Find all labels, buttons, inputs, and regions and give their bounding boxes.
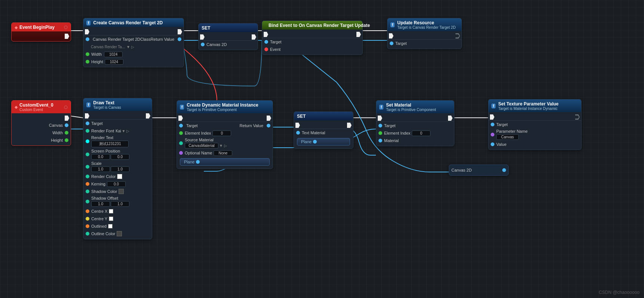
screenpos-pin	[86, 153, 89, 156]
shadow-y-input[interactable]: 1.0	[111, 201, 129, 207]
render-color-swatch[interactable]	[117, 174, 122, 179]
func-icon: f	[86, 21, 91, 25]
source-material-input[interactable]: CanvasMaterial	[185, 143, 218, 148]
class-pin	[86, 37, 89, 41]
width-input[interactable]: 1024	[104, 52, 123, 57]
event-pin	[64, 25, 68, 29]
update-resource-node: f Update Resource Target is Canvas Rende…	[387, 18, 462, 49]
width-pin	[86, 52, 89, 56]
outlined-check[interactable]	[108, 224, 113, 228]
draw-text-subtitle: Target is Canvas	[93, 105, 121, 110]
update-resource-subtitle: Target is Canvas Render Target 2D	[397, 25, 456, 30]
func-icon: f	[491, 104, 496, 108]
text-material-pin	[296, 131, 300, 135]
element-index-pin	[179, 131, 183, 135]
element-index-pin	[378, 131, 382, 135]
height-input[interactable]: 1024	[105, 59, 123, 65]
canvas2d-ref-node: Canvas 2D	[449, 165, 509, 176]
exec-out-pin	[65, 116, 69, 121]
event-begin-play-title: Event BeginPlay	[19, 25, 55, 30]
scale-x-input[interactable]: 1.0	[91, 166, 110, 172]
exec-in-pin	[264, 32, 268, 37]
material-pin	[378, 139, 382, 142]
plane-button[interactable]: Plane	[180, 158, 270, 166]
plane-pin	[313, 140, 317, 144]
update-resource-title: Update Resource	[397, 20, 456, 25]
set-material-subtitle: Target is Primitive Component	[386, 108, 436, 112]
canvas2d-pin	[502, 168, 506, 172]
func-icon: f	[86, 102, 91, 107]
update-resource-header: f Update Resource Target is Canvas Rende…	[387, 18, 461, 31]
return-pin	[178, 37, 181, 41]
set-header: SET	[199, 24, 258, 32]
element-index-input[interactable]: 0	[212, 130, 231, 136]
custom-event-title: CustomEvent_0	[19, 102, 53, 108]
exec-out-pin	[456, 33, 460, 39]
exec-out-pin	[146, 113, 150, 119]
target-pin	[264, 40, 268, 44]
set-middle-header: SET	[294, 112, 353, 120]
diamond-icon: ◆	[15, 25, 18, 30]
exec-in-pin	[389, 33, 393, 39]
target-pin	[86, 122, 89, 125]
optional-name-input[interactable]: None	[214, 150, 232, 156]
plane-button-set[interactable]: Plane	[297, 138, 350, 145]
centrey-check[interactable]	[109, 216, 113, 221]
draw-text-node: f Draw Text Target is Canvas Target Rend…	[83, 98, 152, 239]
target-pin	[390, 42, 393, 45]
exec-in-pin	[200, 34, 205, 40]
draw-text-header: f Draw Text Target is Canvas	[83, 98, 152, 111]
param-name-input[interactable]: Canvas	[496, 134, 519, 140]
set-node-middle: SET Text Material Plane	[294, 111, 353, 149]
set-texture-node: f Set Texture Parameter Value Target is …	[488, 99, 582, 150]
outlined-pin	[86, 224, 89, 228]
shadow-color-swatch[interactable]	[119, 189, 124, 194]
create-canvas-title: Create Canvas Render Target 2D	[93, 20, 163, 25]
canvas2d-pin	[201, 43, 205, 46]
pos-y-input[interactable]: 0.0	[111, 154, 129, 160]
outline-color-pin	[86, 232, 89, 236]
centrex-check[interactable]	[109, 209, 113, 213]
scale-y-input[interactable]: 1.0	[111, 166, 129, 172]
shadow-offset-pin	[86, 200, 89, 203]
render-text-input[interactable]: 测试1231231	[91, 141, 129, 147]
create-dynamic-node: f Create Dynamic Material Instance Targe…	[177, 100, 273, 169]
source-material-pin	[179, 141, 183, 145]
plane-pin	[196, 160, 200, 164]
set-material-title: Set Material	[386, 102, 436, 108]
create-canvas-node: f Create Canvas Render Target 2D Canvas …	[83, 18, 184, 67]
exec-out-pin	[347, 123, 352, 128]
target-pin	[179, 124, 183, 128]
shadow-x-input[interactable]: 1.0	[91, 201, 110, 207]
bind-event-title: Bind Event to On Canvas Render Target Up…	[269, 23, 370, 28]
exec-out-pin	[575, 114, 580, 120]
pos-x-input[interactable]: 0.0	[91, 154, 110, 160]
target-pin	[491, 123, 494, 126]
shadow-color-pin	[86, 190, 89, 193]
exec-out-pin	[448, 116, 453, 121]
set-texture-subtitle: Target is Material Instance Dynamic	[498, 107, 558, 111]
draw-text-title: Draw Text	[93, 100, 121, 105]
color-pin	[86, 175, 89, 178]
func-icon: f	[379, 105, 383, 110]
element-index-input[interactable]: 0	[412, 130, 430, 136]
outline-color-swatch[interactable]	[117, 231, 122, 236]
create-dynamic-header: f Create Dynamic Material Instance Targe…	[177, 101, 273, 113]
kerning-input[interactable]: 0.0	[107, 181, 126, 187]
set-material-node: f Set Material Target is Primitive Compo…	[376, 100, 454, 146]
exec-in-pin	[178, 116, 183, 121]
event-begin-play-header: ◆ Event BeginPlay	[12, 23, 71, 31]
custom-event-subtitle: Custom Event	[19, 108, 53, 112]
set-texture-header: f Set Texture Parameter Value Target is …	[488, 99, 581, 112]
exec-in-pin	[378, 116, 382, 121]
param-name-pin	[491, 133, 494, 136]
centrex-pin	[86, 209, 89, 213]
text-pin	[86, 139, 89, 143]
exec-out-pin	[356, 32, 361, 37]
scale-pin	[86, 165, 89, 169]
return-pin	[267, 124, 270, 128]
func-icon: f	[180, 105, 184, 110]
exec-in-pin	[295, 123, 300, 128]
exec-in-pin	[85, 29, 89, 34]
exec-out-pin	[267, 116, 271, 121]
